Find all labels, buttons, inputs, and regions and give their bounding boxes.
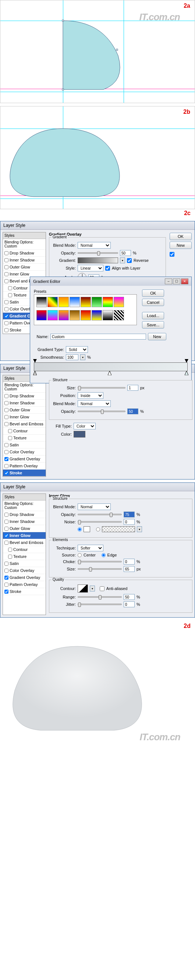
color-stop-right[interactable]	[185, 371, 189, 375]
opacity-slider[interactable]	[78, 410, 125, 412]
opacity-input[interactable]	[124, 512, 135, 517]
close-icon[interactable]: ✕	[181, 278, 189, 284]
range-input[interactable]	[124, 594, 135, 600]
style-pattern-overlay[interactable]: Pattern Overlay	[3, 463, 46, 469]
style-inner-shadow[interactable]: Inner Shadow	[3, 518, 46, 525]
style-select[interactable]: Linear	[78, 265, 103, 271]
style-stroke[interactable]: Stroke	[3, 469, 46, 477]
gradient-bar[interactable]	[34, 363, 188, 371]
glow-gradient-radio[interactable]	[96, 527, 100, 531]
jitter-slider[interactable]	[78, 604, 122, 605]
editor-load-button[interactable]: Load...	[142, 312, 164, 319]
style-satin[interactable]: Satin	[3, 442, 46, 449]
style-gradient-overlay[interactable]: Gradient Overlay	[3, 574, 46, 581]
style-contour[interactable]: Contour	[3, 428, 46, 434]
gradient-dropdown[interactable]: ▾	[120, 258, 125, 263]
ok-button[interactable]: OK	[170, 233, 192, 240]
opacity-input[interactable]	[120, 250, 131, 256]
checkbox[interactable]	[5, 258, 8, 262]
checkbox[interactable]	[5, 251, 8, 255]
style-outer-glow[interactable]: Outer Glow	[3, 407, 46, 414]
technique-select[interactable]: Softer	[78, 545, 103, 551]
style-blending[interactable]: Blending Options: Custom	[3, 239, 46, 250]
color-stop-mid[interactable]	[108, 371, 111, 375]
noise-slider[interactable]	[78, 521, 122, 523]
style-pattern-overlay[interactable]: Pattern Overlay	[3, 581, 46, 588]
checkbox[interactable]	[5, 300, 8, 304]
style-color-overlay[interactable]: Color Overlay	[3, 449, 46, 455]
blend-mode-select[interactable]: Normal	[78, 503, 111, 510]
style-drop-shadow[interactable]: Drop Shadow	[3, 393, 46, 399]
style-contour[interactable]: Contour	[3, 546, 46, 553]
maximize-icon[interactable]: ☐	[173, 278, 180, 284]
size-slider[interactable]	[78, 387, 125, 388]
style-stroke[interactable]: Stroke	[3, 588, 46, 595]
checkbox[interactable]	[5, 279, 8, 283]
styles-header[interactable]: Styles	[3, 232, 46, 239]
glow-gradient-dropdown[interactable]: ▾	[137, 526, 142, 532]
glow-color-radio[interactable]	[78, 527, 82, 531]
style-outer-glow[interactable]: Outer Glow	[3, 264, 46, 271]
choke-input[interactable]	[124, 559, 135, 565]
style-outer-glow[interactable]: Outer Glow	[3, 525, 46, 532]
blend-mode-select[interactable]: Normal	[78, 242, 111, 248]
source-edge-radio[interactable]	[101, 553, 106, 557]
style-inner-shadow[interactable]: Inner Shadow	[3, 399, 46, 407]
smooth-dropdown[interactable]: ▾	[80, 354, 86, 360]
jitter-input[interactable]	[124, 601, 135, 607]
anti-aliased-checkbox[interactable]	[100, 586, 105, 591]
checkbox[interactable]	[5, 321, 8, 325]
gradient-type-select[interactable]: Solid	[66, 346, 88, 353]
style-gradient-overlay[interactable]: Gradient Overlay	[3, 455, 46, 463]
opacity-stop-right[interactable]	[185, 359, 189, 363]
glow-color-swatch[interactable]	[84, 526, 90, 532]
color-swatch[interactable]	[74, 431, 86, 438]
glow-gradient-swatch[interactable]	[102, 526, 135, 532]
contour-dropdown[interactable]: ▾	[90, 585, 95, 592]
minimize-icon[interactable]: –	[165, 278, 172, 284]
style-bevel[interactable]: Bevel and Emboss	[3, 421, 46, 428]
reverse-checkbox[interactable]	[127, 258, 132, 263]
presets-box[interactable]	[34, 294, 137, 325]
align-checkbox[interactable]	[105, 266, 110, 271]
checkbox[interactable]	[5, 265, 8, 269]
checkbox[interactable]	[5, 328, 8, 332]
preview-checkbox[interactable]	[170, 252, 174, 257]
style-drop-shadow[interactable]: Drop Shadow	[3, 511, 46, 518]
checkbox[interactable]	[5, 314, 8, 318]
style-inner-shadow[interactable]: Inner Shadow	[3, 257, 46, 264]
checkbox[interactable]	[5, 307, 8, 311]
style-inner-glow[interactable]: Inner Glow	[3, 532, 46, 539]
contour-swatch[interactable]	[78, 584, 88, 593]
source-center-radio[interactable]	[78, 553, 82, 557]
opacity-stop-left[interactable]	[33, 359, 37, 363]
style-satin[interactable]: Satin	[3, 560, 46, 567]
editor-ok-button[interactable]: OK	[142, 290, 164, 297]
opacity-slider[interactable]	[78, 252, 118, 254]
choke-slider[interactable]	[78, 561, 122, 562]
editor-new-button[interactable]: New	[148, 333, 166, 340]
new-style-button[interactable]: New	[170, 242, 192, 249]
gradient-name-input[interactable]	[51, 334, 146, 340]
style-color-overlay[interactable]: Color Overlay	[3, 567, 46, 574]
checkbox[interactable]	[8, 293, 12, 297]
position-select[interactable]: Inside	[78, 392, 103, 399]
style-texture[interactable]: Texture	[3, 434, 46, 442]
smoothness-input[interactable]	[66, 354, 78, 360]
blend-mode-select[interactable]: Normal	[78, 400, 111, 407]
style-blending[interactable]: Blending Options: Custom	[3, 382, 46, 393]
fill-type-select[interactable]: Color	[74, 423, 96, 430]
size-input[interactable]	[127, 385, 138, 391]
style-texture[interactable]: Texture	[3, 553, 46, 560]
size-input[interactable]	[124, 566, 135, 572]
styles-header[interactable]: Styles	[3, 494, 46, 501]
opacity-input[interactable]	[127, 409, 138, 414]
editor-save-button[interactable]: Save...	[142, 321, 164, 329]
opacity-slider[interactable]	[78, 514, 122, 515]
style-bevel[interactable]: Bevel and Emboss	[3, 539, 46, 546]
range-slider[interactable]	[78, 596, 122, 598]
noise-input[interactable]	[124, 519, 135, 525]
editor-cancel-button[interactable]: Cancel	[142, 299, 164, 306]
gradient-swatch[interactable]	[78, 258, 118, 263]
checkbox[interactable]	[8, 286, 12, 290]
